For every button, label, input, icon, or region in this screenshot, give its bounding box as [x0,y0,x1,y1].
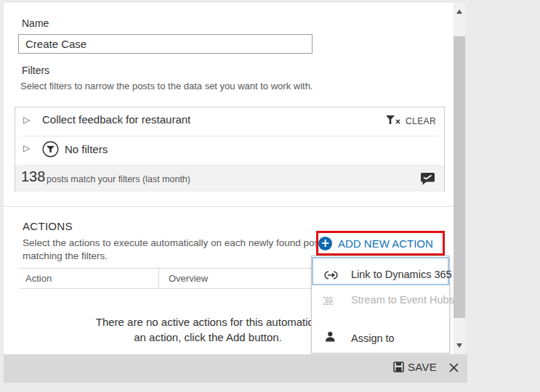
filter-funnel-icon [42,141,59,158]
scroll-down-icon[interactable] [456,343,462,348]
person-icon [324,331,336,343]
menu-item-label: Stream to Event Hubs [351,294,454,306]
actions-description-line1: Select the actions to execute automatica… [23,237,322,248]
column-header-action: Action [25,273,52,284]
clear-filter-icon[interactable] [385,115,403,126]
menu-item-label: Link to Dynamics 365 [351,269,452,280]
filter-row-search[interactable]: ▷ Collect feedback for restaurant CLEAR [15,107,444,136]
divider [4,206,454,207]
actions-description-line2: matching the filters. [23,250,108,261]
expander-icon[interactable]: ▷ [23,115,30,125]
menu-item-link-to-dynamics[interactable]: Link to Dynamics 365 [312,257,449,285]
vertical-scrollbar[interactable] [454,3,465,354]
plus-icon: + [318,237,332,250]
close-icon[interactable] [448,362,459,373]
filter-row-title: Collect feedback for restaurant [42,113,190,126]
filter-row-title: No filters [65,143,108,155]
expander-icon[interactable]: ▷ [23,143,30,153]
menu-item-label: Assign to [351,332,395,344]
filters-label: Filters [22,65,49,76]
dialog-footer: SAVE [4,354,467,383]
scroll-up-icon[interactable] [456,9,462,14]
filters-description: Select filters to narrow the posts to th… [20,81,313,91]
filter-match-row: 138 posts match your filters (last month… [15,166,444,192]
name-input[interactable] [18,34,313,54]
link-icon [323,271,339,279]
posts-preview-icon[interactable] [420,172,435,186]
add-new-action-label: ADD NEW ACTION [338,237,433,250]
add-action-menu: Link to Dynamics 365 Stream to Event Hub… [311,256,450,354]
event-hubs-icon [323,295,334,306]
filter-row-nofilters[interactable]: ▷ No filters [15,136,444,165]
save-button[interactable]: SAVE [393,361,437,373]
save-icon [393,362,404,372]
scrollbar-thumb[interactable] [454,36,465,318]
menu-item-assign-to[interactable]: Assign to [312,324,449,353]
save-label: SAVE [408,361,437,373]
name-label: Name [22,17,49,29]
actions-section-title: ACTIONS [23,220,73,232]
add-new-action-button[interactable]: + ADD NEW ACTION [318,233,433,253]
table-column-divider [158,268,159,288]
match-text: posts match your filters (last month) [47,174,190,184]
column-header-overview: Overview [169,273,208,284]
menu-item-stream-to-event-hubs: Stream to Event Hubs [312,286,449,314]
filters-panel: ▷ Collect feedback for restaurant CLEAR … [15,107,445,192]
clear-filter-button[interactable]: CLEAR [406,116,436,126]
match-count: 138 [21,168,45,185]
